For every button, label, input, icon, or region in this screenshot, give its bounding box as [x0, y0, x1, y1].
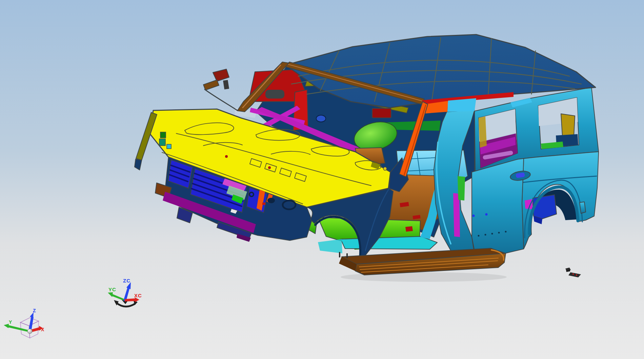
fender-bit-teal [159, 139, 165, 146]
fender-bit-cyan [167, 144, 171, 149]
plate-dot-red [576, 274, 577, 276]
rocker-pin [339, 252, 340, 257]
abs-z-label: Z [33, 308, 36, 313]
sill-inner-cyan[interactable] [341, 236, 437, 249]
weld-dot [491, 233, 493, 235]
wcs-z-label: ZC [123, 278, 130, 283]
header-grab-handle-cutout [265, 90, 284, 99]
cad-viewport[interactable]: ZC YC XC Z Y X [0, 0, 644, 359]
weld-dot [485, 234, 486, 236]
abs-x-label: X [41, 327, 44, 332]
b-pillar-strip-green [458, 176, 465, 200]
weld-dot [505, 231, 507, 233]
cad-canvas[interactable]: ZC YC XC Z Y X [0, 0, 644, 359]
inner-panel-red[interactable] [372, 108, 391, 118]
speaker-hole-blue [316, 115, 326, 122]
hinge-dot-gold [383, 167, 387, 170]
rear-door[interactable] [472, 159, 531, 253]
rear-bracket-tab [580, 202, 586, 213]
lamp-hole [267, 198, 275, 203]
hood-dot-red [225, 155, 228, 158]
hood-dot-red [268, 166, 271, 169]
wcs-y-label: YC [108, 287, 116, 292]
cargo-gold-piece[interactable] [479, 117, 487, 148]
arch-box-blue[interactable] [533, 195, 557, 219]
door-rivet [485, 213, 488, 216]
front-bit-red [262, 203, 265, 205]
weld-dot [478, 235, 480, 237]
plate-dot-red [572, 273, 574, 275]
fender-bit-green [160, 132, 166, 138]
abs-y-label: Y [9, 319, 12, 325]
door-rivet [472, 215, 475, 217]
weld-dot [498, 232, 500, 234]
wcs-x-label: XC [134, 293, 142, 298]
floor-pad-red-mark [405, 226, 413, 232]
abs-origin-sphere[interactable] [27, 329, 32, 334]
rocker-pin [346, 253, 348, 258]
